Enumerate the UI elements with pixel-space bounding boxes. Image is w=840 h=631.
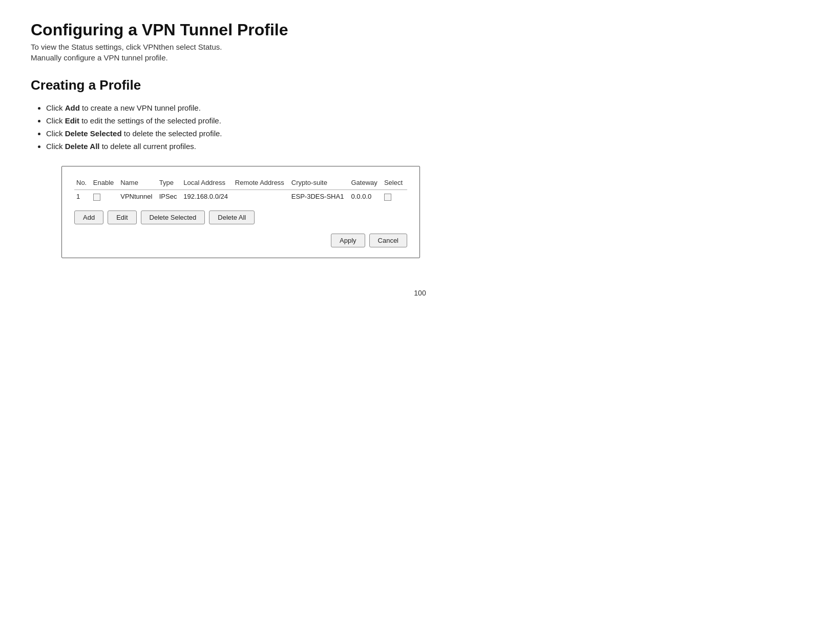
col-select: Select: [382, 177, 407, 190]
col-gateway: Gateway: [349, 177, 382, 190]
cell-no: 1: [74, 190, 91, 203]
bullet-bold-4: Delete All: [65, 142, 100, 151]
vpn-table: No. Enable Name Type Local Address Remot…: [74, 177, 407, 203]
bullet-bold-1: Add: [65, 103, 80, 112]
select-checkbox[interactable]: [384, 194, 391, 201]
bottom-buttons-group: Apply Cancel: [74, 234, 407, 247]
cell-local-address: 192.168.0.0/24: [181, 190, 233, 203]
col-no: No.: [74, 177, 91, 190]
list-item: Click Add to create a new VPN tunnel pro…: [46, 103, 809, 112]
enable-checkbox[interactable]: [93, 194, 100, 201]
subtitle-2: Manually configure a VPN tunnel profile.: [31, 53, 809, 62]
instructions-list: Click Add to create a new VPN tunnel pro…: [31, 103, 809, 151]
cell-name: VPNtunnel: [118, 190, 157, 203]
col-enable: Enable: [91, 177, 118, 190]
bullet-text-2: to edit the settings of the selected pro…: [79, 116, 221, 125]
list-item: Click Delete Selected to delete the sele…: [46, 129, 809, 138]
col-crypto-suite: Crypto-suite: [289, 177, 349, 190]
page-title: Configuring a VPN Tunnel Profile: [31, 20, 809, 39]
bullet-text-1: to create a new VPN tunnel profile.: [80, 103, 201, 112]
col-local-address: Local Address: [181, 177, 233, 190]
delete-all-button[interactable]: Delete All: [209, 211, 255, 224]
section-title: Creating a Profile: [31, 77, 809, 93]
col-name: Name: [118, 177, 157, 190]
cell-remote-address: [233, 190, 289, 203]
page-number: 100: [31, 289, 809, 297]
col-remote-address: Remote Address: [233, 177, 289, 190]
apply-button[interactable]: Apply: [331, 234, 365, 247]
cell-crypto-suite: ESP-3DES-SHA1: [289, 190, 349, 203]
list-item: Click Delete All to delete all current p…: [46, 142, 809, 151]
vpn-table-container: No. Enable Name Type Local Address Remot…: [61, 166, 420, 258]
col-type: Type: [157, 177, 182, 190]
bullet-text-3: to delete the selected profile.: [122, 129, 222, 138]
cancel-button[interactable]: Cancel: [369, 234, 407, 247]
add-button[interactable]: Add: [74, 211, 103, 224]
cell-type: IPSec: [157, 190, 182, 203]
edit-button[interactable]: Edit: [108, 211, 136, 224]
cell-enable[interactable]: [91, 190, 118, 203]
action-buttons-group: Add Edit Delete Selected Delete All: [74, 211, 407, 224]
cell-gateway: 0.0.0.0: [349, 190, 382, 203]
list-item: Click Edit to edit the settings of the s…: [46, 116, 809, 125]
bullet-bold-2: Edit: [65, 116, 79, 125]
delete-selected-button[interactable]: Delete Selected: [141, 211, 205, 224]
subtitle-1: To view the Status settings, click VPNth…: [31, 43, 809, 51]
bullet-text-4: to delete all current profiles.: [99, 142, 196, 151]
bullet-bold-3: Delete Selected: [65, 129, 122, 138]
table-row: 1 VPNtunnel IPSec 192.168.0.0/24 ESP-3DE…: [74, 190, 407, 203]
cell-select[interactable]: [382, 190, 407, 203]
